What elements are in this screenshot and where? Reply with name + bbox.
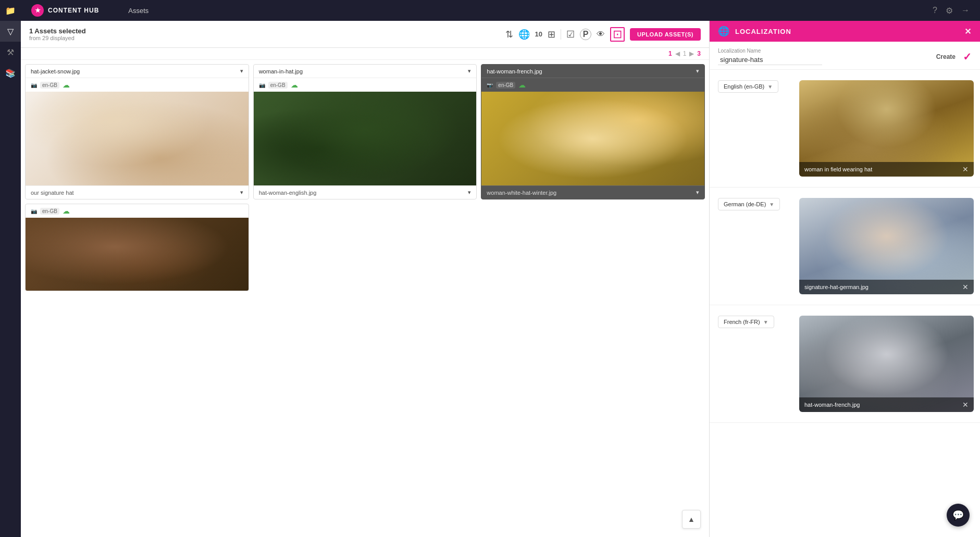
selected-count: 1 Assets selected [29,27,500,35]
sidebar-item-tools[interactable]: ⚒ [0,42,21,63]
asset-footer: our signature hat ▾ [26,185,249,199]
loc-content: English (en-GB) ▼ woman in field wearing… [710,70,980,537]
thumbnail-image [254,92,477,185]
locale-badge: en-GB [268,82,288,89]
create-button[interactable]: Create [936,53,956,60]
asset-dropdown-icon[interactable]: ▾ [468,68,471,74]
prev-page-button[interactable]: ◀ [675,50,680,57]
lang-dropdown-arrow-en: ▼ [767,84,773,90]
footer-dropdown-icon[interactable]: ▾ [468,189,471,196]
cloud-icon: ☁ [63,81,70,89]
cloud-icon: ☁ [518,81,526,89]
asset-dropdown-icon[interactable]: ▾ [696,68,699,74]
select-all-icon[interactable]: ⊡ [610,27,625,42]
asset-card[interactable]: woman-in-hat.jpg ▾ 📷 en-GB ☁ hat-wom [253,64,477,199]
sort-icon[interactable]: ⇅ [505,29,513,40]
loc-name-input[interactable] [718,55,822,65]
lang-dropdown-fr[interactable]: French (fr-FR) ▼ [718,316,774,328]
asset-title: woman-white-hat-winter.jpg [487,190,556,196]
page-total: 3 [697,50,701,57]
loc-image-close-fr[interactable]: ✕ [962,401,969,409]
loc-title: LOCALIZATION [735,28,959,35]
loc-image-filename-de: signature-hat-german.jpg [804,284,869,290]
check-select-icon[interactable]: ☑ [566,29,575,40]
footer-dropdown-icon[interactable]: ▾ [696,189,699,196]
asset-filename: woman-in-hat.jpg [259,68,303,74]
topbar-title: Assets [128,7,924,15]
asset-footer: woman-white-hat-winter.jpg ▾ [481,185,704,199]
asset-card[interactable]: 📷 en-GB ☁ [25,204,249,291]
sidebar-item-library[interactable]: 📚 [0,63,21,83]
loc-image-label-fr: hat-woman-french.jpg ✕ [799,397,974,412]
sidebar-item-files[interactable]: 📁 [0,0,21,21]
cloud-icon: ☁ [291,81,298,89]
brand: ★ CONTENT HUB [31,4,99,17]
asset-footer: hat-woman-english.jpg ▾ [254,185,477,199]
locale-badge: en-GB [496,82,515,89]
localization-header: 🌐 LOCALIZATION ✕ [710,21,980,42]
asset-title: hat-woman-english.jpg [259,190,317,196]
lang-dropdown-arrow-de: ▼ [769,202,774,207]
settings-icon[interactable]: ⚙ [946,6,953,16]
sidebar: 📁 ▽ ⚒ 📚 [0,0,21,537]
asset-meta-row: 📷 en-GB ☁ [26,204,249,218]
asset-card-selected[interactable]: hat-woman-french.jpg ▾ 📷 en-GB ☁ wom [481,64,705,199]
footer-dropdown-icon[interactable]: ▾ [240,189,243,196]
asset-name-bar: hat-jacket-snow.jpg ▾ [26,65,249,78]
brand-logo-symbol: ★ [35,7,41,14]
locale-badge: en-GB [40,82,59,89]
cloud-icon: ☁ [63,207,70,215]
loc-close-icon[interactable]: ✕ [964,27,972,36]
help-icon[interactable]: ? [933,6,937,15]
lang-selector-en: English (en-GB) ▼ [710,76,793,97]
lang-dropdown-de[interactable]: German (de-DE) ▼ [718,198,780,210]
logout-icon[interactable]: → [961,6,970,15]
eye-icon[interactable]: 👁 [597,30,605,39]
chat-bubble[interactable]: 💬 [947,504,970,527]
grid-view-icon[interactable]: ⊞ [548,29,555,40]
asset-dropdown-icon[interactable]: ▾ [240,68,243,74]
asset-thumbnail [481,92,704,185]
lang-label-en: English (en-GB) [724,83,764,90]
globe-icon[interactable]: 🌐 [518,29,530,40]
lang-image-area-fr: hat-woman-french.jpg ✕ [793,311,980,416]
next-page-button[interactable]: ▶ [689,50,694,57]
loc-image-label-en: woman in field wearing hat ✕ [799,162,974,177]
asset-name-bar: hat-woman-french.jpg ▾ [481,65,704,78]
locale-badge: en-GB [40,208,59,215]
brand-name: CONTENT HUB [48,7,99,14]
asset-thumbnail [26,218,249,291]
asset-meta-row: 📷 en-GB ☁ [254,78,477,92]
lang-image-area-de: signature-hat-german.jpg ✕ [793,194,980,298]
scroll-top-button[interactable]: ▲ [682,510,701,529]
asset-name-bar: woman-in-hat.jpg ▾ [254,65,477,78]
camera-icon: 📷 [31,82,37,88]
upload-button[interactable]: UPLOAD ASSET(S) [630,28,701,41]
lang-dropdown-arrow-fr: ▼ [763,319,768,325]
loc-language-section-de: German (de-DE) ▼ signature-hat-german.jp… [710,188,980,305]
assets-toolbar: 1 Assets selected from 29 displayed ⇅ 🌐 … [21,21,709,48]
loc-image-label-de: signature-hat-german.jpg ✕ [799,280,974,294]
pagination-bar: 1 ◀ 1 ▶ 3 [21,48,709,60]
thumbnail-image [481,92,704,185]
loc-image-card-de: signature-hat-german.jpg ✕ [799,198,974,294]
loc-language-section-en: English (en-GB) ▼ woman in field wearing… [710,70,980,188]
create-check-icon[interactable]: ✓ [963,51,972,63]
page-separator: 1 [683,50,687,57]
loc-name-row: Localization Name Create ✓ [710,42,980,70]
asset-filename: hat-jacket-snow.jpg [31,68,80,74]
lang-dropdown-en[interactable]: English (en-GB) ▼ [718,80,778,93]
camera-icon: 📷 [31,208,37,214]
lang-image-area-en: woman in field wearing hat ✕ [793,76,980,181]
loc-image-filename-en: woman in field wearing hat [804,166,872,172]
asset-meta-row: 📷 en-GB ☁ [481,78,704,92]
p-icon[interactable]: P [580,29,591,40]
asset-filename: hat-woman-french.jpg [487,68,542,74]
lang-label-de: German (de-DE) [724,201,766,207]
sidebar-item-filter[interactable]: ▽ [0,21,21,42]
loc-image-filename-fr: hat-woman-french.jpg [804,402,860,408]
asset-card[interactable]: hat-jacket-snow.jpg ▾ 📷 en-GB ☁ our [25,64,249,199]
assets-grid: hat-jacket-snow.jpg ▾ 📷 en-GB ☁ our [21,60,709,537]
loc-image-close-de[interactable]: ✕ [962,283,969,291]
loc-image-close-en[interactable]: ✕ [962,165,969,173]
